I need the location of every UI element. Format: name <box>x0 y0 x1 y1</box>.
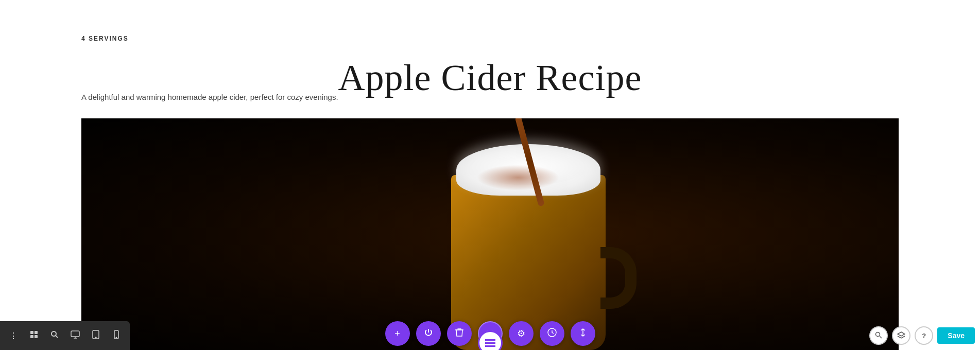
power-button[interactable] <box>416 321 441 346</box>
tablet-icon <box>92 330 99 341</box>
svg-point-10 <box>95 337 96 338</box>
cinnamon-dust <box>477 165 559 190</box>
grid-button[interactable] <box>25 326 43 345</box>
gear-icon: ⚙ <box>517 328 525 339</box>
menu-button[interactable]: ⋮ <box>4 326 23 345</box>
help-icon: ? <box>922 332 926 340</box>
layers-icon <box>897 331 905 340</box>
bottom-right-controls: ? Save <box>869 326 975 345</box>
svg-line-5 <box>56 336 58 338</box>
save-button[interactable]: Save <box>937 327 975 344</box>
servings-label: 4 SERVINGS <box>81 35 129 42</box>
bottom-toolbar: ⋮ <box>0 321 130 350</box>
hero-image <box>81 118 899 350</box>
mobile-button[interactable] <box>107 326 126 345</box>
svg-rect-3 <box>35 335 38 338</box>
tablet-button[interactable] <box>87 326 105 345</box>
desktop-button[interactable] <box>66 326 84 345</box>
mobile-icon <box>114 330 119 341</box>
svg-rect-6 <box>71 331 79 337</box>
search-circle-icon <box>875 331 882 340</box>
plus-icon: + <box>394 328 400 339</box>
description-text: A delightful and warming homemade apple … <box>81 93 338 101</box>
trash-icon <box>455 328 463 340</box>
layers-button[interactable] <box>892 326 910 345</box>
resize-button[interactable] <box>571 321 595 346</box>
arrows-icon <box>579 328 587 340</box>
desktop-icon <box>71 330 80 341</box>
svg-rect-1 <box>35 331 38 334</box>
main-content: 4 SERVINGS Apple Cider Recipe A delightf… <box>0 0 980 350</box>
settings-button[interactable]: ⚙ <box>509 321 534 346</box>
svg-rect-2 <box>30 335 33 338</box>
help-button[interactable]: ? <box>915 326 933 345</box>
power-icon <box>424 328 433 340</box>
mug-illustration <box>425 154 642 350</box>
svg-rect-0 <box>30 331 33 334</box>
search-icon <box>50 330 59 341</box>
svg-point-14 <box>876 332 880 336</box>
menu-icon: ⋮ <box>9 331 18 341</box>
grid-icon <box>30 330 38 341</box>
search-circle-button[interactable] <box>869 326 888 345</box>
svg-point-12 <box>116 337 117 338</box>
mug-handle <box>600 247 637 309</box>
svg-line-15 <box>880 336 882 338</box>
cider-visual <box>81 118 899 350</box>
search-button[interactable] <box>45 326 64 345</box>
delete-button[interactable] <box>447 321 472 346</box>
svg-point-4 <box>51 331 56 336</box>
add-button[interactable]: + <box>385 321 410 346</box>
clock-icon <box>547 328 557 340</box>
clock-button[interactable] <box>540 321 564 346</box>
